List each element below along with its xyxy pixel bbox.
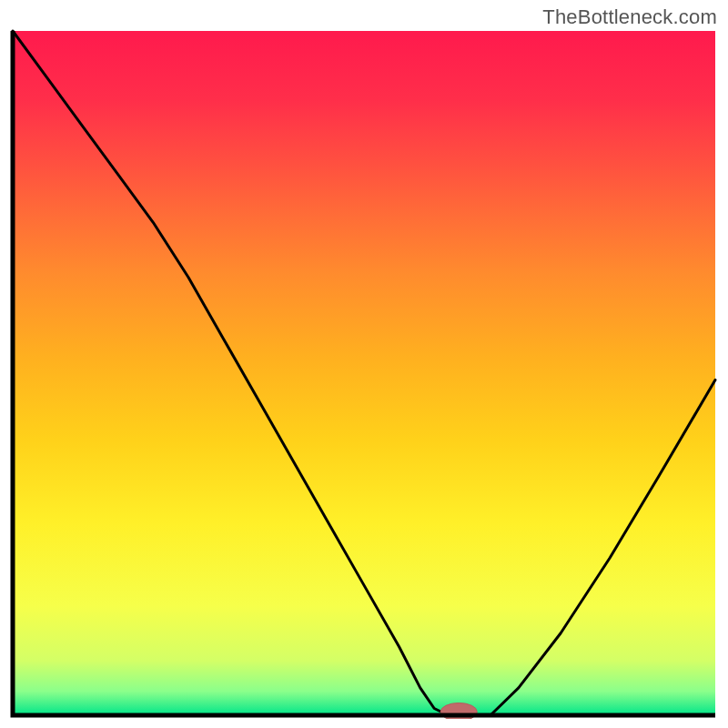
chart-container: TheBottleneck.com bbox=[0, 0, 728, 728]
plot-area bbox=[9, 27, 719, 719]
gradient-background bbox=[13, 31, 715, 715]
watermark-text: TheBottleneck.com bbox=[542, 5, 717, 29]
bottleneck-chart bbox=[9, 27, 719, 719]
